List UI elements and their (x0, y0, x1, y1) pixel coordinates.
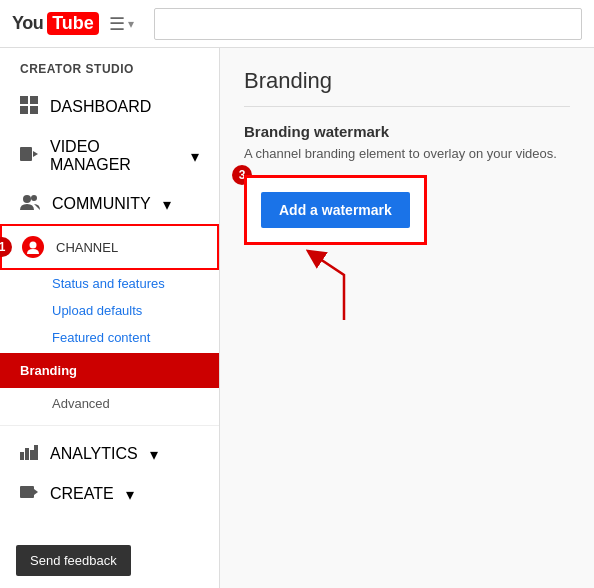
sidebar-item-dashboard[interactable]: DASHBOARD (0, 86, 219, 128)
analytics-chevron: ▾ (150, 445, 158, 464)
sidebar-sub-featured[interactable]: Featured content (0, 324, 219, 351)
create-chevron: ▾ (126, 485, 134, 504)
arrow-annotation (244, 245, 570, 325)
svg-rect-1 (30, 96, 38, 104)
sidebar-item-branding[interactable]: Branding (0, 353, 219, 388)
dashboard-label: DASHBOARD (50, 98, 151, 116)
create-icon (20, 484, 38, 504)
sidebar-sub-advanced[interactable]: Advanced (0, 390, 219, 417)
svg-marker-5 (33, 151, 38, 157)
create-label: CREATE (50, 485, 114, 503)
video-manager-icon (20, 147, 38, 165)
community-label: COMMUNITY (52, 195, 151, 213)
main-content: Branding Branding watermark A channel br… (220, 48, 594, 588)
sidebar-item-community[interactable]: COMMUNITY ▾ (0, 184, 219, 224)
svg-rect-2 (20, 106, 28, 114)
sidebar-title: CREATOR STUDIO (0, 48, 219, 86)
sidebar-item-channel[interactable]: 1 CHANNEL (0, 224, 219, 270)
channel-icon (22, 236, 44, 258)
search-input[interactable] (154, 8, 582, 40)
svg-rect-12 (34, 445, 38, 460)
section-title: Branding watermark (244, 123, 570, 140)
section-desc: A channel branding element to overlay on… (244, 146, 570, 161)
badge-1: 1 (0, 237, 12, 257)
svg-rect-4 (20, 147, 32, 161)
svg-point-6 (23, 195, 31, 203)
branding-label: Branding (20, 363, 199, 378)
sidebar-sub-status[interactable]: Status and features (0, 270, 219, 297)
header: You Tube ☰ ▾ (0, 0, 594, 48)
dashboard-icon (20, 96, 38, 118)
youtube-logo[interactable]: You Tube (12, 12, 99, 35)
hamburger-menu[interactable]: ☰ ▾ (109, 13, 134, 35)
hamburger-arrow: ▾ (128, 17, 134, 31)
layout: CREATOR STUDIO DASHBOARD VIDEO MANAGER ▾ (0, 48, 594, 588)
sidebar-item-create[interactable]: CREATE ▾ (0, 474, 219, 514)
page-title: Branding (244, 68, 570, 107)
hamburger-icon: ☰ (109, 13, 125, 35)
yt-box: Tube (47, 12, 99, 35)
sidebar: CREATOR STUDIO DASHBOARD VIDEO MANAGER ▾ (0, 48, 220, 588)
send-feedback-button[interactable]: Send feedback (16, 545, 131, 576)
sidebar-item-video-manager[interactable]: VIDEO MANAGER ▾ (0, 128, 219, 184)
add-watermark-button[interactable]: Add a watermark (261, 192, 410, 228)
svg-rect-0 (20, 96, 28, 104)
svg-rect-13 (20, 486, 34, 498)
sidebar-sub-upload[interactable]: Upload defaults (0, 297, 219, 324)
community-chevron: ▾ (163, 195, 171, 214)
video-manager-chevron: ▾ (191, 147, 199, 166)
yt-text-you: You (12, 13, 43, 34)
divider-1 (0, 425, 219, 426)
community-icon (20, 194, 40, 214)
video-manager-label: VIDEO MANAGER (50, 138, 179, 174)
svg-rect-11 (30, 450, 34, 460)
svg-point-7 (31, 195, 37, 201)
svg-rect-9 (20, 452, 24, 460)
svg-rect-10 (25, 448, 29, 460)
sidebar-item-analytics[interactable]: ANALYTICS ▾ (0, 434, 219, 474)
svg-point-8 (30, 242, 37, 249)
channel-label: CHANNEL (56, 240, 197, 255)
analytics-label: ANALYTICS (50, 445, 138, 463)
svg-marker-14 (34, 489, 38, 495)
watermark-box: Add a watermark (244, 175, 427, 245)
svg-rect-3 (30, 106, 38, 114)
analytics-icon (20, 444, 38, 464)
